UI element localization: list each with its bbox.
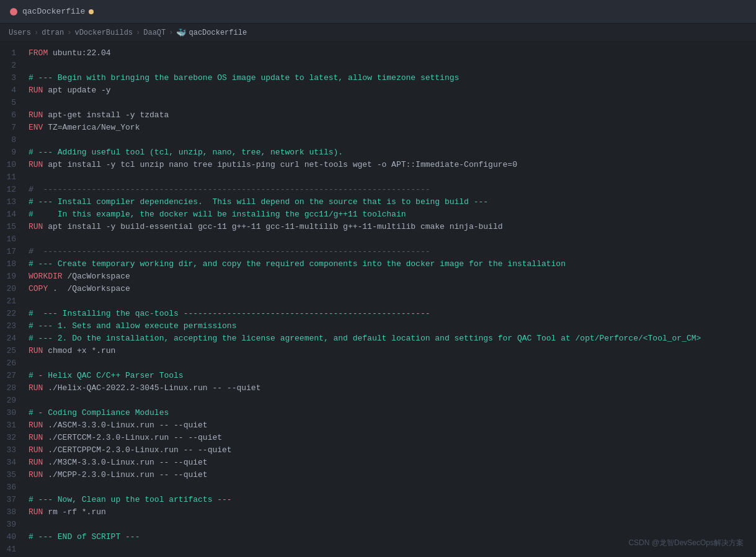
code-line: 6RUN apt-get install -y tzdata xyxy=(0,109,756,122)
line-number: 24 xyxy=(0,332,26,345)
line-content: # --------------------------------------… xyxy=(26,246,756,258)
line-content: RUN ./M3CM-3.3.0-Linux.run -- --quiet xyxy=(26,457,756,469)
line-number: 38 xyxy=(0,506,26,519)
line-content xyxy=(26,171,756,184)
line-number: 29 xyxy=(0,394,26,407)
line-number: 37 xyxy=(0,494,26,506)
code-line: 1FROM ubuntu:22.04 xyxy=(0,47,756,60)
line-number: 14 xyxy=(0,208,26,221)
file-title: qaсDockerfile xyxy=(22,7,85,16)
line-number: 1 xyxy=(0,47,26,60)
line-number: 23 xyxy=(0,320,26,332)
code-line: 11 xyxy=(0,171,756,184)
line-content: COPY . /QacWorkspace xyxy=(26,283,756,295)
code-line: 32RUN ./CERTCCM-2.3.0-Linux.run -- --qui… xyxy=(0,432,756,444)
code-line: 14# In this example, the docker will be … xyxy=(0,208,756,221)
code-line: 2 xyxy=(0,60,756,72)
line-number: 15 xyxy=(0,221,26,233)
line-number: 19 xyxy=(0,270,26,283)
code-line: 29 xyxy=(0,394,756,407)
line-content: # --- Create temporary working dir, and … xyxy=(26,258,756,270)
line-content: FROM ubuntu:22.04 xyxy=(26,47,756,60)
line-content: RUN ./CERTCCM-2.3.0-Linux.run -- --quiet xyxy=(26,432,756,444)
code-line: 25RUN chmod +x *.run xyxy=(0,345,756,357)
breadcrumb-sep-4: › xyxy=(169,29,173,37)
line-number: 20 xyxy=(0,283,26,295)
line-content: # --- Installing the qac-tools ---------… xyxy=(26,308,756,320)
line-number: 4 xyxy=(0,84,26,97)
line-number: 21 xyxy=(0,295,26,308)
line-content: # In this example, the docker will be in… xyxy=(26,208,756,221)
line-content: RUN apt-get install -y tzdata xyxy=(26,109,756,122)
code-line: 9# --- Adding useful tool (tcl, unzip, n… xyxy=(0,146,756,159)
unsaved-dot xyxy=(89,9,94,14)
line-content xyxy=(26,134,756,146)
code-line: 13# --- Install compiler dependencies. T… xyxy=(0,196,756,208)
line-content: # --- Adding useful tool (tcl, unzip, na… xyxy=(26,146,756,159)
code-line: 38RUN rm -rf *.run xyxy=(0,506,756,519)
line-number: 5 xyxy=(0,97,26,109)
code-editor: 1FROM ubuntu:22.042 3# --- Begin with br… xyxy=(0,42,756,557)
line-content: WORKDIR /QacWorkspace xyxy=(26,270,756,283)
line-number: 7 xyxy=(0,122,26,134)
line-number: 32 xyxy=(0,432,26,444)
line-content: # --- Install compiler dependencies. Thi… xyxy=(26,196,756,208)
line-content: # --- Now, Clean up the tool artifacts -… xyxy=(26,494,756,506)
code-line: 19WORKDIR /QacWorkspace xyxy=(0,270,756,283)
window-close-icon[interactable] xyxy=(10,8,17,16)
line-number: 8 xyxy=(0,134,26,146)
line-number: 9 xyxy=(0,146,26,159)
code-line: 39 xyxy=(0,519,756,531)
code-line: 15RUN apt install -y build-essential gcc… xyxy=(0,221,756,233)
line-content: RUN ./Helix-QAC-2022.2-3045-Linux.run --… xyxy=(26,382,756,394)
line-number: 13 xyxy=(0,196,26,208)
code-line: 18# --- Create temporary working dir, an… xyxy=(0,258,756,270)
breadcrumb-daaqt[interactable]: DaaQT xyxy=(143,29,166,37)
code-line: 34RUN ./M3CM-3.3.0-Linux.run -- --quiet xyxy=(0,457,756,469)
title-bar: qaсDockerfile xyxy=(0,0,756,24)
code-line: 26 xyxy=(0,357,756,370)
line-content xyxy=(26,233,756,246)
breadcrumb-vdockerbuilds[interactable]: vDockerBuilds xyxy=(74,29,133,37)
line-number: 35 xyxy=(0,469,26,481)
line-number: 26 xyxy=(0,357,26,370)
code-line: 4RUN apt update -y xyxy=(0,84,756,97)
line-content: RUN ./CERTCPPCM-2.3.0-Linux.run -- --qui… xyxy=(26,444,756,457)
line-number: 31 xyxy=(0,419,26,432)
breadcrumb-file: 🐳 qaсDockerfile xyxy=(176,28,247,38)
line-content: # --- 1. Sets and allow execute permissi… xyxy=(26,320,756,332)
code-line: 23# --- 1. Sets and allow execute permis… xyxy=(0,320,756,332)
breadcrumb-sep-1: › xyxy=(34,29,38,37)
line-content: # - Coding Compliance Modules xyxy=(26,407,756,419)
code-line: 5 xyxy=(0,97,756,109)
line-number: 34 xyxy=(0,457,26,469)
code-line: 27# - Helix QAC C/C++ Parser Tools xyxy=(0,370,756,382)
line-content: # --- 2. Do the installation, accepting … xyxy=(26,332,756,345)
line-content xyxy=(26,519,756,531)
line-number: 11 xyxy=(0,171,26,184)
docker-icon: 🐳 xyxy=(176,28,186,38)
line-content: # - Helix QAC C/C++ Parser Tools xyxy=(26,370,756,382)
breadcrumb-sep-3: › xyxy=(136,29,140,37)
breadcrumb-dtran[interactable]: dtran xyxy=(42,29,64,37)
line-number: 22 xyxy=(0,308,26,320)
line-content xyxy=(26,394,756,407)
code-line: 24# --- 2. Do the installation, acceptin… xyxy=(0,332,756,345)
line-number: 16 xyxy=(0,233,26,246)
line-content: RUN rm -rf *.run xyxy=(26,506,756,519)
code-line: 37# --- Now, Clean up the tool artifacts… xyxy=(0,494,756,506)
line-number: 3 xyxy=(0,72,26,84)
line-number: 33 xyxy=(0,444,26,457)
line-number: 36 xyxy=(0,481,26,494)
code-line: 3# --- Begin with bringing the barebone … xyxy=(0,72,756,84)
line-number: 17 xyxy=(0,246,26,258)
code-line: 8 xyxy=(0,134,756,146)
line-content: # --- Begin with bringing the barebone O… xyxy=(26,72,756,84)
line-content: RUN ./ASCM-3.3.0-Linux.run -- --quiet xyxy=(26,419,756,432)
breadcrumb-users[interactable]: Users xyxy=(9,29,31,37)
line-content: RUN apt install -y tcl unzip nano tree i… xyxy=(26,159,756,171)
line-content xyxy=(26,357,756,370)
code-line: 31RUN ./ASCM-3.3.0-Linux.run -- --quiet xyxy=(0,419,756,432)
code-line: 12# ------------------------------------… xyxy=(0,184,756,196)
code-line: 35RUN ./MCPP-2.3.0-Linux.run -- --quiet xyxy=(0,469,756,481)
